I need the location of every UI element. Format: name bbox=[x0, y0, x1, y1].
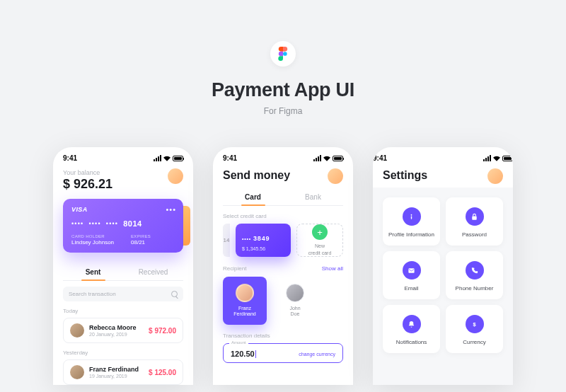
settings-currency[interactable]: $Currency bbox=[446, 305, 503, 353]
expires-value: 08/21 bbox=[131, 239, 151, 246]
tx-amount: $ 972.00 bbox=[149, 327, 176, 335]
card-menu-icon[interactable]: ••• bbox=[166, 205, 176, 214]
page-title: Send money bbox=[223, 169, 343, 182]
tab-received[interactable]: Received bbox=[123, 264, 183, 280]
tab-sent[interactable]: Sent bbox=[63, 264, 123, 280]
status-time: 9:41 bbox=[373, 154, 387, 162]
credit-card-small[interactable]: ••••3849 $ 1,345.56 bbox=[236, 224, 291, 257]
status-bar: 9:41 bbox=[53, 147, 193, 166]
settings-password[interactable]: Password bbox=[446, 197, 503, 246]
transaction-row[interactable]: Rebecca Moore20 January, 2019 $ 972.00 bbox=[63, 318, 183, 343]
transaction-row[interactable]: Franz Ferdinand19 January, 2019 $ 125.00 bbox=[63, 359, 183, 385]
tx-name: Rebecca Moore bbox=[89, 324, 144, 331]
hero-title: Payment App UI bbox=[0, 79, 566, 101]
screen-settings: 9:41 Settings Profile Information Passwo… bbox=[373, 147, 513, 385]
svg-point-1 bbox=[411, 214, 412, 215]
card-number: ••••••••••••8014 bbox=[71, 219, 175, 228]
balance-value: $ 926.21 bbox=[63, 177, 183, 192]
page-title: Settings bbox=[383, 169, 503, 182]
transaction-details-label: Transaction details bbox=[223, 333, 343, 339]
recipient-name: Franz Ferdinand bbox=[233, 306, 256, 318]
tx-amount: $ 125.00 bbox=[149, 369, 176, 376]
select-card-label: Select credit card bbox=[223, 213, 343, 219]
avatar bbox=[286, 284, 304, 302]
lock-icon bbox=[466, 207, 484, 226]
svg-rect-3 bbox=[472, 216, 476, 219]
yesterday-label: Yesterday bbox=[63, 350, 183, 356]
amount-label: Amount bbox=[229, 340, 248, 345]
settings-phone[interactable]: Phone Number bbox=[446, 251, 503, 299]
dollar-icon: $ bbox=[466, 315, 484, 333]
show-all-link[interactable]: Show all bbox=[322, 265, 343, 272]
signal-icon bbox=[483, 155, 491, 161]
send-tabs: Card Bank bbox=[223, 189, 343, 206]
card-brand: VISA bbox=[71, 206, 175, 213]
status-time: 9:41 bbox=[223, 154, 237, 162]
bell-icon bbox=[403, 315, 421, 333]
amount-value: 120.50 bbox=[231, 350, 256, 359]
avatar[interactable] bbox=[328, 168, 343, 184]
figma-logo bbox=[270, 41, 296, 67]
battery-icon bbox=[502, 156, 513, 161]
tx-date: 20 January, 2019 bbox=[89, 332, 144, 337]
avatar bbox=[236, 284, 254, 302]
today-label: Today bbox=[63, 308, 183, 314]
holder-name: Lindsey Johnson bbox=[71, 239, 114, 246]
email-icon bbox=[403, 261, 421, 279]
recipient-name: John Doe bbox=[289, 306, 300, 318]
wifi-icon bbox=[163, 156, 171, 161]
tx-date: 19 January, 2019 bbox=[89, 374, 144, 379]
avatar bbox=[70, 365, 84, 379]
status-time: 9:41 bbox=[63, 154, 77, 162]
transaction-tabs: Sent Received bbox=[63, 264, 183, 281]
avatar[interactable] bbox=[168, 168, 183, 184]
recipient-label: Recipient bbox=[223, 265, 246, 272]
screen-balance: 9:41 Your balance $ 926.21 VISA ••• ••••… bbox=[53, 147, 193, 385]
phone-icon bbox=[466, 261, 484, 279]
signal-icon bbox=[313, 155, 321, 161]
settings-email[interactable]: Email bbox=[383, 251, 440, 299]
card-number: ••••3849 bbox=[242, 235, 284, 242]
hero-subtitle: For Figma bbox=[0, 106, 566, 116]
info-icon bbox=[403, 207, 421, 226]
tab-bank[interactable]: Bank bbox=[283, 189, 343, 205]
search-icon bbox=[171, 291, 178, 297]
battery-icon bbox=[173, 156, 183, 161]
card-balance: $ 1,345.56 bbox=[242, 246, 284, 251]
settings-profile[interactable]: Profile Information bbox=[383, 197, 440, 246]
status-bar: 9:41 bbox=[373, 147, 513, 166]
search-input[interactable]: Search transaction bbox=[63, 287, 183, 301]
tab-card[interactable]: Card bbox=[223, 189, 283, 205]
recipient-card[interactable]: John Doe bbox=[273, 277, 317, 325]
new-card-button[interactable]: + New credit card bbox=[296, 224, 343, 257]
tx-name: Franz Ferdinand bbox=[89, 366, 144, 373]
holder-label: CARD HOLDER bbox=[71, 234, 114, 238]
credit-card[interactable]: VISA ••• ••••••••••••8014 CARD HOLDERLin… bbox=[63, 199, 183, 253]
signal-icon bbox=[154, 155, 161, 161]
balance-label: Your balance bbox=[63, 169, 183, 176]
screen-send-money: 9:41 Send money Card Bank Select credit … bbox=[213, 147, 353, 385]
card-peek-prev[interactable]: 14 bbox=[223, 224, 230, 257]
svg-rect-2 bbox=[411, 216, 412, 219]
new-card-label: New credit card bbox=[308, 243, 332, 255]
change-currency-link[interactable]: change currency bbox=[299, 352, 335, 357]
settings-notifications[interactable]: Notifications bbox=[383, 305, 440, 353]
avatar[interactable] bbox=[487, 168, 503, 184]
expires-label: EXPIRES bbox=[131, 234, 151, 238]
recipient-card[interactable]: Franz Ferdinand bbox=[223, 277, 267, 325]
status-bar: 9:41 bbox=[213, 147, 353, 166]
wifi-icon bbox=[323, 156, 330, 161]
battery-icon bbox=[333, 156, 343, 161]
svg-rect-4 bbox=[408, 268, 414, 272]
svg-text:$: $ bbox=[473, 321, 475, 328]
amount-input[interactable]: Amount 120.50 change currency bbox=[223, 343, 343, 364]
wifi-icon bbox=[493, 156, 500, 161]
avatar bbox=[70, 323, 84, 338]
svg-point-0 bbox=[283, 52, 287, 56]
card-peek-next[interactable] bbox=[183, 206, 190, 246]
plus-icon: + bbox=[312, 224, 328, 240]
